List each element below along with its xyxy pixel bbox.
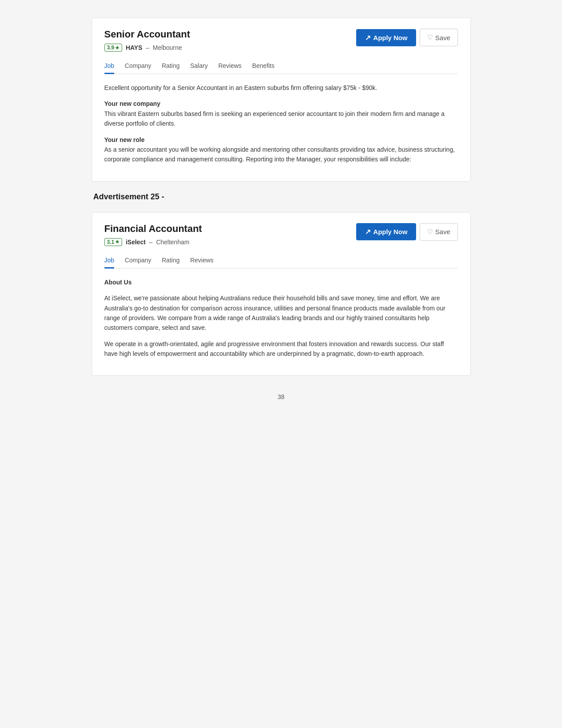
job-section1-1: Your new company This vibrant Eastern su… <box>104 99 458 128</box>
apply-icon-1: ↗ <box>365 34 371 42</box>
apply-label-1: Apply Now <box>373 34 408 41</box>
about-para1: At iSelect, we're passionate about helpi… <box>104 293 458 333</box>
tab-rating-2[interactable]: Rating <box>162 253 179 269</box>
job-title-section-2: Financial Accountant 3.1 ★ iSelect – Che… <box>104 223 202 246</box>
page-container: Senior Accountant 3.9 ★ HAYS – Melbourne… <box>92 18 471 409</box>
company-name-2: iSelect <box>126 239 145 246</box>
tab-job-1[interactable]: Job <box>104 59 115 74</box>
job-description-2: About Us At iSelect, we're passionate ab… <box>104 277 458 359</box>
section-body-1: This vibrant Eastern suburbs based firm … <box>104 110 445 127</box>
apply-button-1[interactable]: ↗ Apply Now <box>356 29 417 46</box>
job-card-financial-accountant: Financial Accountant 3.1 ★ iSelect – Che… <box>92 212 471 376</box>
about-title: About Us <box>104 279 132 286</box>
save-label-2: Save <box>435 228 450 235</box>
rating-value-1: 3.9 <box>107 45 115 51</box>
section-body-2: As a senior accountant you will be worki… <box>104 146 455 163</box>
job-section2-1: Your new role As a senior accountant you… <box>104 135 458 164</box>
tab-company-1[interactable]: Company <box>125 59 151 74</box>
save-button-2[interactable]: ♡ Save <box>420 223 458 241</box>
tab-reviews-1[interactable]: Reviews <box>218 59 242 74</box>
action-buttons-2: ↗ Apply Now ♡ Save <box>356 223 458 241</box>
tab-salary-1[interactable]: Salary <box>190 59 208 74</box>
section-title-1: Your new company <box>104 100 160 107</box>
save-button-1[interactable]: ♡ Save <box>420 29 458 46</box>
tab-reviews-2[interactable]: Reviews <box>190 253 213 269</box>
location-2: Cheltenham <box>156 239 190 246</box>
job-header-2: Financial Accountant 3.1 ★ iSelect – Che… <box>104 223 458 246</box>
advertisement-divider: Advertisement 25 - <box>92 192 471 202</box>
company-name-1: HAYS <box>126 44 142 51</box>
tab-rating-1[interactable]: Rating <box>162 59 179 74</box>
section-title-2: Your new role <box>104 136 145 143</box>
tabs-1: Job Company Rating Salary Reviews Benefi… <box>104 59 458 74</box>
job-intro-1: Excellent opportunity for a Senior Accou… <box>104 83 458 93</box>
job-description-1: Excellent opportunity for a Senior Accou… <box>104 83 458 164</box>
save-label-1: Save <box>435 34 450 41</box>
advertisement-title: Advertisement 25 - <box>93 192 164 201</box>
rating-value-2: 3.1 <box>107 239 115 245</box>
heart-icon-2: ♡ <box>427 228 433 236</box>
apply-label-2: Apply Now <box>373 228 408 235</box>
job-header-1: Senior Accountant 3.9 ★ HAYS – Melbourne… <box>104 29 458 52</box>
apply-button-2[interactable]: ↗ Apply Now <box>356 223 417 240</box>
about-para2: We operate in a growth-orientated, agile… <box>104 339 458 359</box>
apply-icon-2: ↗ <box>365 228 371 236</box>
rating-badge-1: 3.9 ★ <box>104 44 123 52</box>
job-card-senior-accountant: Senior Accountant 3.9 ★ HAYS – Melbourne… <box>92 18 471 182</box>
star-icon-1: ★ <box>115 45 119 51</box>
about-us-title: About Us <box>104 277 458 287</box>
tab-benefits-1[interactable]: Benefits <box>252 59 275 74</box>
job-title-1: Senior Accountant <box>104 29 190 40</box>
tab-job-2[interactable]: Job <box>104 253 115 269</box>
separator-2: – <box>149 239 153 246</box>
job-meta-1: 3.9 ★ HAYS – Melbourne <box>104 44 190 52</box>
job-title-2: Financial Accountant <box>104 223 202 235</box>
action-buttons-1: ↗ Apply Now ♡ Save <box>356 29 458 46</box>
job-title-section-1: Senior Accountant 3.9 ★ HAYS – Melbourne <box>104 29 190 52</box>
separator-1: – <box>146 44 149 51</box>
location-1: Melbourne <box>153 44 182 51</box>
rating-badge-2: 3.1 ★ <box>104 238 123 246</box>
page-number: 38 <box>92 393 471 409</box>
heart-icon-1: ♡ <box>427 34 433 41</box>
tab-company-2[interactable]: Company <box>125 253 151 269</box>
star-icon-2: ★ <box>115 239 119 245</box>
job-meta-2: 3.1 ★ iSelect – Cheltenham <box>104 238 202 246</box>
tabs-2: Job Company Rating Reviews <box>104 253 458 269</box>
